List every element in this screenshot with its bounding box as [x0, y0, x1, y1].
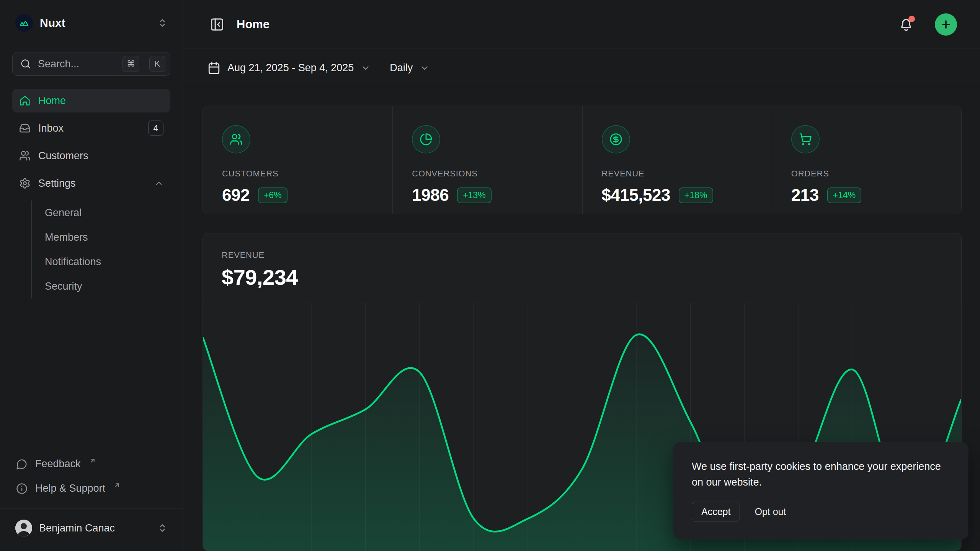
revenue-card-header: REVENUE $79,234 [203, 233, 961, 290]
cookie-message: We use first-party cookies to enhance yo… [692, 459, 950, 490]
sidebar-item-members[interactable]: Members [45, 225, 170, 249]
search-input[interactable]: Search... ⌘ K [12, 52, 170, 76]
stats-row: CUSTOMERS 692 +6% CONVERSIONS 1986 +13% [203, 106, 962, 214]
avatar [15, 520, 32, 536]
sidebar: Nuxt Search... ⌘ K Home Inbox 4 [0, 0, 183, 551]
stat-conversions[interactable]: CONVERSIONS 1986 +13% [392, 106, 582, 214]
message-icon [16, 458, 28, 470]
cookie-toast: We use first-party cookies to enhance yo… [673, 442, 968, 540]
notification-dot [908, 16, 915, 22]
chevron-down-icon [361, 63, 371, 73]
sidebar-item-inbox[interactable]: Inbox 4 [12, 116, 170, 140]
plus-icon [940, 18, 952, 31]
search-placeholder: Search... [38, 58, 116, 70]
pie-chart-icon [412, 125, 440, 153]
nuxt-logo [15, 14, 33, 32]
stat-delta-badge: +13% [457, 187, 491, 203]
main-panel: Home Aug 21, 2025 - Sep 4, 2025 Daily [183, 0, 980, 551]
stat-label: CUSTOMERS [222, 169, 373, 179]
stat-label: ORDERS [791, 169, 942, 179]
circle-dollar-icon [602, 125, 630, 153]
collapse-sidebar-button[interactable] [207, 15, 227, 34]
stat-revenue[interactable]: REVENUE $415,523 +18% [582, 106, 772, 214]
search-icon [20, 59, 31, 69]
stat-customers[interactable]: CUSTOMERS 692 +6% [203, 106, 392, 214]
home-icon [19, 95, 31, 106]
external-link-arrow-icon [114, 482, 121, 489]
stat-value: $415,523 [602, 186, 671, 205]
granularity-label: Daily [390, 62, 413, 74]
opt-out-button[interactable]: Opt out [755, 506, 786, 517]
chevron-down-icon [420, 63, 430, 73]
feedback-link[interactable]: Feedback [12, 452, 170, 476]
stat-orders[interactable]: ORDERS 213 +14% [772, 106, 961, 214]
sidebar-nav: Home Inbox 4 Customers Settings Genera [12, 89, 170, 298]
shopping-cart-icon [791, 125, 820, 153]
page-header: Home [183, 0, 980, 49]
settings-subnav: General Members Notifications Security [31, 201, 170, 298]
help-support-link[interactable]: Help & Support [12, 476, 170, 501]
sidebar-item-general[interactable]: General [45, 201, 170, 225]
sidebar-item-notifications[interactable]: Notifications [45, 249, 170, 274]
chevrons-up-down-icon [157, 523, 167, 533]
sidebar-item-label: Inbox [38, 122, 140, 134]
stat-label: CONVERSIONS [412, 169, 563, 179]
user-name: Benjamin Canac [39, 522, 150, 534]
info-icon [16, 483, 28, 494]
stat-value: 692 [222, 186, 250, 205]
notifications-button[interactable] [897, 15, 916, 34]
revenue-label: REVENUE [222, 250, 942, 260]
kbd-k: K [149, 56, 165, 72]
sidebar-item-customers[interactable]: Customers [12, 144, 170, 168]
page-title: Home [237, 18, 887, 31]
granularity-select[interactable]: Daily [390, 62, 430, 74]
help-support-label: Help & Support [35, 483, 105, 494]
accept-button[interactable]: Accept [692, 502, 740, 522]
users-icon [19, 150, 31, 161]
date-range-label: Aug 21, 2025 - Sep 4, 2025 [227, 62, 354, 74]
chevrons-up-down-icon [157, 18, 167, 28]
user-menu[interactable]: Benjamin Canac [12, 514, 170, 542]
stat-value: 1986 [412, 186, 449, 205]
divider [0, 509, 183, 509]
inbox-icon [19, 122, 31, 134]
stat-delta-badge: +18% [679, 187, 713, 203]
sidebar-item-home[interactable]: Home [12, 89, 170, 112]
cookie-actions: Accept Opt out [692, 502, 950, 522]
panel-left-icon [210, 17, 224, 32]
revenue-total: $79,234 [222, 265, 942, 290]
feedback-label: Feedback [35, 458, 81, 470]
sidebar-item-label: Settings [38, 178, 147, 189]
kbd-cmd: ⌘ [122, 56, 139, 72]
toolbar: Aug 21, 2025 - Sep 4, 2025 Daily [183, 49, 980, 87]
add-button[interactable] [935, 13, 957, 36]
sidebar-item-security[interactable]: Security [45, 274, 170, 298]
users-icon [222, 125, 250, 153]
inbox-count-badge: 4 [148, 121, 163, 136]
brand-name: Nuxt [40, 16, 150, 29]
external-link-arrow-icon [89, 457, 96, 464]
date-range-picker[interactable]: Aug 21, 2025 - Sep 4, 2025 [207, 62, 371, 75]
calendar-icon [207, 62, 220, 75]
stat-value: 213 [791, 186, 819, 205]
sidebar-item-label: Customers [38, 150, 163, 162]
sidebar-item-settings[interactable]: Settings [12, 171, 170, 195]
chevron-up-icon [154, 179, 163, 188]
stat-delta-badge: +14% [827, 187, 861, 203]
sidebar-item-label: Home [38, 95, 163, 107]
sidebar-footer: Feedback Help & Support Benjamin Canac [12, 452, 170, 542]
team-switcher[interactable]: Nuxt [12, 11, 170, 34]
stat-delta-badge: +6% [258, 187, 287, 203]
stat-label: REVENUE [602, 169, 753, 179]
gear-icon [19, 178, 31, 189]
